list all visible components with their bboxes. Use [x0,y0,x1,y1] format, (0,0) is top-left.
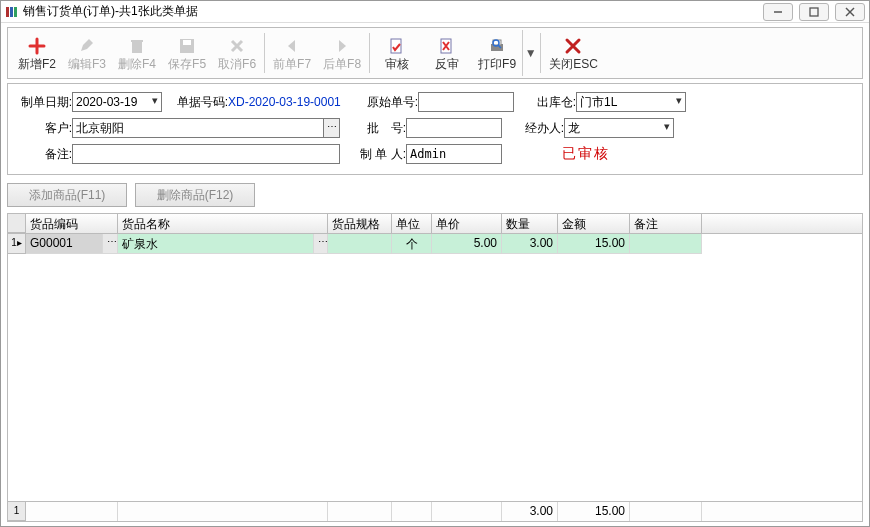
customer-field[interactable] [72,118,324,138]
cell-remark[interactable] [630,234,702,254]
footer-amount: 15.00 [558,502,630,521]
grid-footer: 1 3.00 15.00 [8,501,862,521]
svg-rect-10 [183,40,191,45]
close-window-button[interactable]: 关闭ESC [543,30,604,76]
cell-code[interactable]: G00001 [26,234,103,254]
status-stamp: 已审核 [562,145,610,163]
customer-lookup-button[interactable]: ⋯ [324,118,340,138]
label-billno: 单据号码: [168,94,228,111]
grid-actions: 添加商品(F11) 删除商品(F12) [7,183,863,207]
name-lookup-button[interactable]: ⋯ [314,234,328,254]
svg-rect-8 [131,40,143,42]
new-button[interactable]: 新增F2 [12,30,62,76]
label-batch: 批 号: [346,120,406,137]
code-lookup-button[interactable]: ⋯ [103,234,118,254]
svg-rect-2 [14,7,17,17]
svg-rect-7 [132,42,142,53]
label-warehouse: 出库仓: [526,94,576,111]
col-name[interactable]: 货品名称 [118,214,328,233]
print-dropdown[interactable]: ▼ [522,30,538,76]
col-code[interactable]: 货品编码 [26,214,118,233]
handler-field[interactable] [564,118,674,138]
cell-name[interactable]: 矿泉水 [118,234,314,254]
check-doc-icon [388,35,406,57]
label-handler: 经办人: [514,120,564,137]
date-field[interactable] [72,92,162,112]
label-origno: 原始单号: [358,94,418,111]
cell-unit[interactable]: 个 [392,234,432,254]
save-button[interactable]: 保存F5 [162,30,212,76]
close-button[interactable] [835,3,865,21]
grid-header: 货品编码 货品名称 货品规格 单位 单价 数量 金额 备注 [8,214,862,234]
col-price[interactable]: 单价 [432,214,502,233]
col-qty[interactable]: 数量 [502,214,558,233]
cell-qty[interactable]: 3.00 [502,234,558,254]
floppy-icon [178,35,196,57]
svg-rect-0 [6,7,9,17]
audit-button[interactable]: 审核 [372,30,422,76]
label-customer: 客户: [16,120,72,137]
next-button[interactable]: 后单F8 [317,30,367,76]
svg-rect-1 [10,7,13,17]
unaudit-button[interactable]: 反审 [422,30,472,76]
warehouse-field[interactable] [576,92,686,112]
batch-field[interactable] [406,118,502,138]
add-item-button[interactable]: 添加商品(F11) [7,183,127,207]
print-button[interactable]: 打印F9 [472,30,522,76]
label-remark: 备注: [16,146,72,163]
table-row[interactable]: 1▸ G00001⋯ 矿泉水⋯ 个 5.00 3.00 15.00 [8,234,862,254]
maximize-button[interactable] [799,3,829,21]
toolbar: 新增F2 编辑F3 删除F4 保存F5 取消F6 前单F7 后单F8 [7,27,863,79]
remark-field[interactable] [72,144,340,164]
grid-body[interactable]: 1▸ G00001⋯ 矿泉水⋯ 个 5.00 3.00 15.00 [8,234,862,501]
cell-spec[interactable] [328,234,392,254]
arrow-right-icon [333,35,351,57]
maker-field[interactable] [406,144,502,164]
svg-rect-4 [810,8,818,16]
cell-amount[interactable]: 15.00 [558,234,630,254]
window-title: 销售订货单(订单)-共1张此类单据 [23,3,757,20]
col-remark[interactable]: 备注 [630,214,702,233]
items-grid: 货品编码 货品名称 货品规格 单位 单价 数量 金额 备注 1▸ G00001⋯… [7,213,863,522]
label-date: 制单日期: [16,94,72,111]
origno-field[interactable] [418,92,514,112]
titlebar: 销售订货单(订单)-共1张此类单据 [1,1,869,23]
cancel-button[interactable]: 取消F6 [212,30,262,76]
footer-qty: 3.00 [502,502,558,521]
plus-icon [28,35,46,57]
minimize-button[interactable] [763,3,793,21]
delete-button[interactable]: 删除F4 [112,30,162,76]
billno-value: XD-2020-03-19-0001 [228,95,358,109]
prev-button[interactable]: 前单F7 [267,30,317,76]
trash-icon [128,35,146,57]
pencil-icon [78,35,96,57]
col-unit[interactable]: 单位 [392,214,432,233]
col-amount[interactable]: 金额 [558,214,630,233]
delete-item-button[interactable]: 删除商品(F12) [135,183,255,207]
edit-button[interactable]: 编辑F3 [62,30,112,76]
print-icon [488,35,506,57]
col-spec[interactable]: 货品规格 [328,214,392,233]
x-icon [228,35,246,57]
row-indicator: 1▸ [8,234,26,254]
undo-doc-icon [438,35,456,57]
close-x-icon [564,35,582,57]
app-icon [5,5,19,19]
label-maker: 制 单 人: [346,146,406,163]
footer-idx: 1 [8,502,26,521]
form-panel: 制单日期: 单据号码: XD-2020-03-19-0001 原始单号: 出库仓… [7,83,863,175]
arrow-left-icon [283,35,301,57]
cell-price[interactable]: 5.00 [432,234,502,254]
